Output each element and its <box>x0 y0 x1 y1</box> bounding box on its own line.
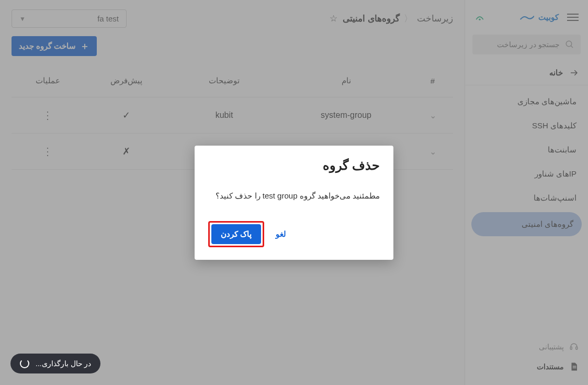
delete-button-highlight: پاک کردن <box>208 221 264 247</box>
toast-label: در حال بارگذاری... <box>36 359 91 368</box>
cancel-button[interactable]: لغو <box>276 229 286 239</box>
delete-button[interactable]: پاک کردن <box>211 224 261 244</box>
spinner-icon <box>20 359 29 368</box>
dialog-title: حذف گروه <box>208 158 380 173</box>
dialog-message: مطمئنید می‌خواهید گروه test group را حذف… <box>208 190 380 202</box>
delete-group-dialog: حذف گروه مطمئنید می‌خواهید گروه test gro… <box>195 146 393 260</box>
loading-toast: در حال بارگذاری... <box>10 354 100 373</box>
modal-overlay: حذف گروه مطمئنید می‌خواهید گروه test gro… <box>0 0 588 385</box>
